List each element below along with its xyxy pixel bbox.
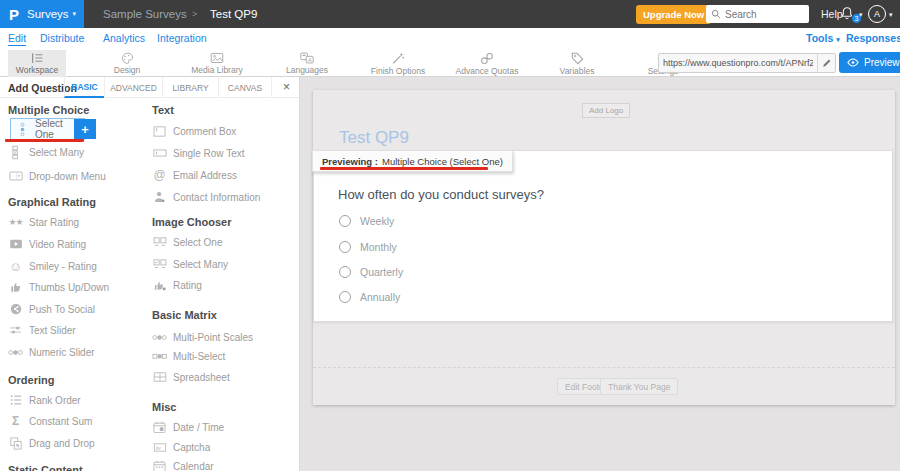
annotation-underline-previewing — [320, 167, 488, 170]
add-question-plus-button[interactable]: + — [74, 119, 96, 139]
section-misc: Misc — [152, 401, 176, 413]
survey-title[interactable]: Test QP9 — [339, 128, 409, 148]
answer-option-quarterly[interactable]: Quarterly — [339, 266, 403, 278]
search-input[interactable] — [725, 9, 805, 20]
toolbar-workspace[interactable]: Workspace — [8, 50, 66, 77]
eye-icon — [847, 58, 859, 67]
question-type-rank-order[interactable]: Rank Order — [8, 390, 81, 410]
toolbar-languages[interactable]: A Languages — [263, 50, 351, 77]
item-label: Select Many — [29, 147, 84, 158]
thumbs-up-icon — [8, 281, 23, 293]
radio-button-icon[interactable] — [339, 215, 351, 227]
tools-menu[interactable]: Tools ▾ — [806, 32, 840, 44]
survey-preview-stage: Add Logo Test QP9 How often do you condu… — [300, 77, 900, 471]
question-type-thumbs-up-down[interactable]: Thumbs Up/Down — [8, 277, 109, 297]
question-type-comment-box[interactable]: Comment Box — [152, 121, 236, 141]
radio-list-icon — [15, 122, 30, 137]
section-graphical-rating: Graphical Rating — [8, 196, 96, 208]
nav-tab-analytics[interactable]: Analytics — [103, 32, 145, 44]
palette-icon — [121, 52, 134, 64]
question-type-image-rating[interactable]: Rating — [152, 275, 202, 295]
question-type-constant-sum[interactable]: Σ Constant Sum — [8, 411, 92, 431]
question-type-push-to-social[interactable]: Push To Social — [8, 299, 95, 319]
toolbar-label: Variables — [560, 66, 595, 76]
star-icon: ★★ — [8, 217, 23, 227]
nav-tab-integration[interactable]: Integration — [157, 32, 207, 44]
question-type-star-rating[interactable]: ★★ Star Rating — [8, 212, 79, 232]
tab-basic[interactable]: BASIC — [64, 77, 104, 98]
smiley-icon: ☺ — [8, 259, 23, 274]
responses-count-link[interactable]: Responses: 0 — [846, 32, 900, 44]
question-type-select-one[interactable]: Select One + — [10, 118, 85, 140]
rating-thumb-icon — [152, 280, 167, 291]
thank-you-page-button[interactable]: Thank You Page — [600, 378, 678, 395]
section-text: Text — [152, 104, 174, 116]
dropdown-icon — [8, 171, 23, 181]
add-question-panel: Add Question BASIC ADVANCED LIBRARY CANV… — [0, 77, 300, 471]
avatar[interactable]: A — [868, 5, 886, 23]
question-type-email-address[interactable]: @ Email Address — [152, 165, 237, 185]
nav-tab-distribute[interactable]: Distribute — [40, 32, 84, 44]
question-text[interactable]: How often do you conduct surveys? — [338, 187, 544, 202]
tab-advanced[interactable]: ADVANCED — [104, 77, 162, 98]
question-type-select-many[interactable]: Select Many — [8, 142, 84, 162]
radio-button-icon[interactable] — [339, 266, 351, 278]
survey-page: Add Logo Test QP9 How often do you condu… — [313, 90, 895, 405]
item-label: Spreadsheet — [173, 372, 230, 383]
radio-button-icon[interactable] — [339, 291, 351, 303]
item-label: Email Address — [173, 170, 237, 181]
toolbar-label: Finish Options — [371, 66, 425, 76]
magic-wand-icon — [391, 52, 405, 65]
answer-option-annually[interactable]: Annually — [339, 291, 400, 303]
item-label: Captcha — [173, 442, 210, 453]
item-label: Select One — [173, 237, 222, 248]
question-type-video-rating[interactable]: Video Rating — [8, 234, 86, 254]
questionpro-app: P Surveys▾ Sample Surveys > Test QP9 Upg… — [0, 0, 900, 471]
toolbar-label: Design — [114, 65, 140, 75]
question-type-contact-information[interactable]: Contact Information — [152, 187, 260, 207]
close-icon[interactable]: × — [283, 80, 290, 94]
question-type-drag-and-drop[interactable]: Drag and Drop — [8, 433, 95, 453]
toolbar-variables[interactable]: Variables — [533, 50, 621, 77]
upgrade-now-button[interactable]: Upgrade Now — [636, 5, 711, 24]
survey-url-input[interactable] — [659, 58, 817, 68]
add-logo-button[interactable]: Add Logo — [582, 103, 630, 118]
question-type-multi-point-scales[interactable]: Multi-Point Scales — [152, 327, 253, 347]
question-type-captcha[interactable]: kv Captcha — [152, 437, 210, 457]
tab-canvas[interactable]: CANVAS — [218, 77, 272, 98]
at-icon: @ — [152, 168, 167, 182]
account-chevron-icon[interactable]: ▾ — [889, 11, 893, 19]
item-label: Drag and Drop — [29, 438, 95, 449]
question-type-image-select-many[interactable]: Select Many — [152, 254, 228, 274]
survey-url-box — [658, 53, 836, 73]
notifications-chevron-icon[interactable]: ▾ — [859, 11, 863, 19]
question-type-date-time[interactable]: Date / Time — [152, 417, 224, 437]
svg-text:kv: kv — [155, 445, 160, 450]
item-label: Calendar — [173, 461, 214, 471]
question-type-text-slider[interactable]: Text Slider — [8, 320, 76, 340]
nav-tab-edit[interactable]: Edit — [8, 32, 26, 46]
question-type-spreadsheet[interactable]: Spreadsheet — [152, 367, 230, 387]
question-type-image-select-one[interactable]: Select One — [152, 232, 222, 252]
answer-option-weekly[interactable]: Weekly — [339, 215, 394, 227]
question-type-multi-select[interactable]: Multi-Select — [152, 346, 225, 366]
preview-button[interactable]: Preview — [839, 52, 900, 73]
item-label: Drop-down Menu — [29, 171, 106, 182]
toolbar-finish-options[interactable]: Finish Options — [354, 50, 442, 77]
radio-button-icon[interactable] — [339, 241, 351, 253]
toolbar-advance-quotas[interactable]: Advance Quotas — [443, 50, 531, 77]
breadcrumb-parent[interactable]: Sample Surveys — [103, 0, 187, 28]
question-type-single-row-text[interactable]: Single Row Text — [152, 143, 245, 163]
item-label: Constant Sum — [29, 416, 92, 427]
question-type-numeric-slider[interactable]: Numeric Slider — [8, 342, 95, 362]
toolbar-design[interactable]: Design — [83, 50, 171, 77]
surveys-product-menu[interactable]: P Surveys▾ — [0, 0, 84, 28]
edit-url-pencil-icon[interactable] — [817, 54, 835, 72]
global-search[interactable] — [706, 5, 809, 23]
question-type-smiley-rating[interactable]: ☺ Smiley - Rating — [8, 256, 97, 276]
toolbar-media-library[interactable]: Media Library — [173, 50, 261, 77]
answer-option-monthly[interactable]: Monthly — [339, 241, 397, 253]
tab-library[interactable]: LIBRARY — [162, 77, 218, 98]
question-type-calendar[interactable]: Calendar — [152, 456, 214, 471]
question-type-dropdown-menu[interactable]: Drop-down Menu — [8, 166, 106, 186]
